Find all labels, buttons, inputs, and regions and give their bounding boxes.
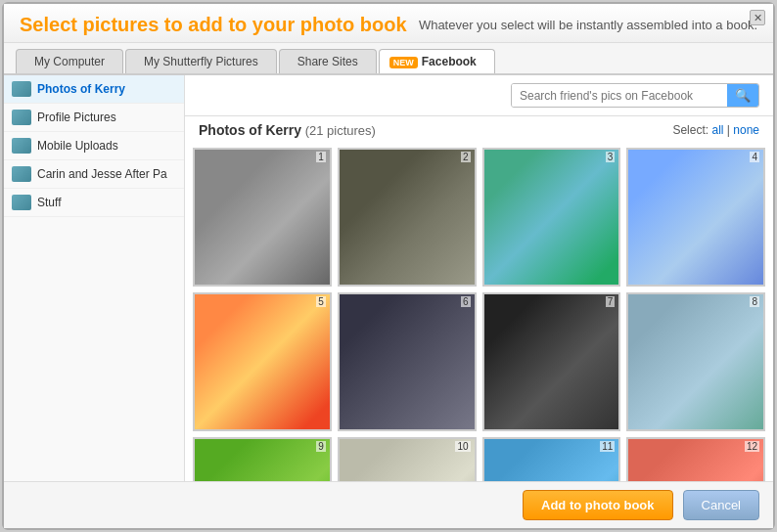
album-icon <box>12 166 31 182</box>
photo-cell-8[interactable]: 8 <box>626 292 765 431</box>
photo-cell-6[interactable]: 6 <box>338 292 477 431</box>
dialog-title: Select pictures to add to your photo boo… <box>20 14 407 36</box>
photo-number: 10 <box>455 441 470 452</box>
title-bar: Select pictures to add to your photo boo… <box>4 4 773 43</box>
sidebar-item-carin-jesse[interactable]: Carin and Jesse After Pa <box>4 160 184 189</box>
close-button[interactable]: ✕ <box>750 10 765 25</box>
photo-image <box>484 439 619 482</box>
bottom-bar: Add to photo book Cancel <box>4 481 773 528</box>
photo-image <box>484 150 619 285</box>
photo-image <box>195 439 330 482</box>
photo-cell-2[interactable]: 2 <box>338 148 477 287</box>
photo-cell-9[interactable]: 9 <box>193 437 332 482</box>
tab-facebook[interactable]: NEWFacebook <box>379 49 495 73</box>
main-dialog: ✕ Select pictures to add to your photo b… <box>2 2 775 530</box>
photo-image <box>340 439 475 482</box>
content-area: Photos of Kerry Profile Pictures Mobile … <box>4 75 773 481</box>
photo-number: 4 <box>750 152 759 162</box>
album-icon <box>12 195 31 210</box>
select-all-link[interactable]: all <box>711 123 723 137</box>
album-icon <box>12 138 31 154</box>
tab-my-computer[interactable]: My Computer <box>16 49 123 73</box>
photo-image <box>340 294 475 429</box>
photo-number: 3 <box>606 152 616 162</box>
album-count: (21 pictures) <box>305 123 376 138</box>
photo-cell-10[interactable]: 10 <box>338 437 477 482</box>
photo-cell-1[interactable]: 1 <box>193 148 332 287</box>
dialog-subtitle: Whatever you select will be instantly as… <box>419 18 757 32</box>
tab-share-sites[interactable]: Share Sites <box>279 49 377 73</box>
sidebar-item-stuff[interactable]: Stuff <box>4 189 184 217</box>
photo-image <box>628 439 763 482</box>
photo-number: 12 <box>745 441 759 452</box>
search-box: 🔍 <box>511 83 759 108</box>
album-icon <box>12 110 31 125</box>
sidebar-item-mobile-uploads[interactable]: Mobile Uploads <box>4 132 184 160</box>
album-title: Photos of Kerry <box>199 122 301 138</box>
photo-number: 8 <box>750 296 759 307</box>
photo-image <box>628 294 763 429</box>
photo-number: 5 <box>316 296 326 307</box>
photo-cell-12[interactable]: 12 <box>626 437 765 482</box>
photo-header: Photos of Kerry (21 pictures) Select: al… <box>185 116 773 144</box>
select-separator: | <box>727 123 730 137</box>
photo-image <box>628 150 763 285</box>
search-input[interactable] <box>512 84 727 107</box>
main-toolbar: 🔍 <box>185 75 773 116</box>
cancel-button[interactable]: Cancel <box>683 490 759 520</box>
photo-cell-4[interactable]: 4 <box>626 148 765 287</box>
photo-number: 11 <box>600 441 615 452</box>
photo-image <box>340 150 475 285</box>
photo-number: 2 <box>461 152 471 162</box>
select-none-link[interactable]: none <box>733 123 759 137</box>
new-badge: NEW <box>389 57 418 68</box>
sidebar-item-photos-of-kerry[interactable]: Photos of Kerry <box>4 75 184 104</box>
photo-grid: 123456789101112 <box>193 148 765 481</box>
photo-number: 1 <box>316 152 326 162</box>
tab-my-shutterfly[interactable]: My Shutterfly Pictures <box>125 49 277 73</box>
select-controls: Select: all | none <box>672 123 759 137</box>
photo-number: 7 <box>606 296 616 307</box>
photo-cell-3[interactable]: 3 <box>482 148 621 287</box>
album-icon <box>12 81 31 97</box>
photo-image <box>195 150 330 285</box>
album-title-row: Photos of Kerry (21 pictures) <box>199 122 376 138</box>
photo-cell-5[interactable]: 5 <box>193 292 332 431</box>
tab-bar: My Computer My Shutterfly Pictures Share… <box>4 43 773 75</box>
sidebar: Photos of Kerry Profile Pictures Mobile … <box>4 75 185 481</box>
photo-cell-11[interactable]: 11 <box>482 437 621 482</box>
sidebar-item-profile-pictures[interactable]: Profile Pictures <box>4 104 184 132</box>
select-label: Select: <box>672 123 708 137</box>
photo-image <box>195 294 330 429</box>
photo-number: 6 <box>461 296 471 307</box>
photo-grid-wrapper[interactable]: 123456789101112 <box>185 144 773 481</box>
photo-image <box>484 294 619 429</box>
add-to-photobook-button[interactable]: Add to photo book <box>523 490 673 520</box>
main-panel: 🔍 Photos of Kerry (21 pictures) Select: … <box>185 75 773 481</box>
photo-number: 9 <box>316 441 326 452</box>
photo-cell-7[interactable]: 7 <box>482 292 621 431</box>
search-button[interactable]: 🔍 <box>727 84 758 107</box>
